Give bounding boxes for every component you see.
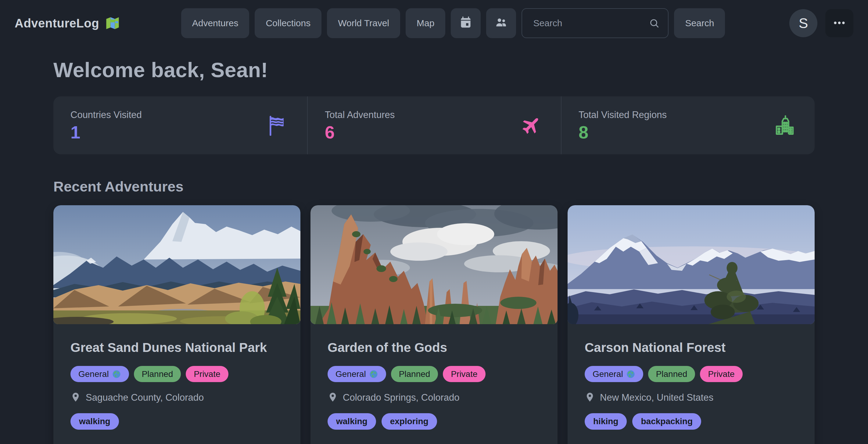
location-pin-icon	[70, 392, 81, 404]
visibility-badge: Private	[443, 366, 485, 382]
visibility-badge: Private	[700, 366, 742, 382]
globe-icon	[112, 370, 121, 379]
location-text: New Mexico, United States	[600, 392, 713, 403]
category-badge: General	[328, 366, 386, 382]
adventure-image-snowy-mountains[interactable]	[567, 205, 815, 324]
adventure-card[interactable]: Carson National Forest General Planned P…	[567, 205, 815, 444]
card-body: Great Sand Dunes National Park General P…	[53, 324, 301, 444]
location-row: Colorado Springs, Colorado	[328, 392, 540, 404]
adventure-card[interactable]: Great Sand Dunes National Park General P…	[53, 205, 301, 444]
nav-links: Adventures Collections World Travel Map	[181, 8, 725, 38]
activity-tag: exploring	[381, 413, 437, 430]
stat-total-visited-regions: Total Visited Regions 8	[561, 96, 815, 154]
location-pin-icon	[328, 392, 338, 404]
location-text: Saguache County, Colorado	[86, 392, 204, 403]
calendar-button[interactable]	[451, 8, 480, 38]
adventure-cards: Great Sand Dunes National Park General P…	[53, 205, 815, 444]
overflow-menu-button[interactable]	[825, 9, 854, 37]
status-badge: Planned	[134, 366, 181, 382]
card-body: Carson National Forest General Planned P…	[567, 324, 815, 444]
stats-panel: Countries Visited 1 Total Adventures 6	[53, 96, 815, 154]
globe-icon	[369, 370, 378, 379]
users-icon	[494, 15, 508, 31]
activity-tag: hiking	[585, 413, 627, 430]
stat-value: 1	[70, 124, 290, 141]
activity-tag: backpacking	[632, 413, 701, 430]
stat-total-adventures: Total Adventures 6	[307, 96, 561, 154]
status-badge: Planned	[391, 366, 438, 382]
section-heading: Recent Adventures	[53, 178, 815, 195]
category-badge: General	[70, 366, 129, 382]
stat-value: 8	[579, 124, 798, 141]
adventure-title: Carson National Forest	[585, 339, 798, 357]
main-content: Welcome back, Sean! Countries Visited 1 …	[0, 58, 868, 444]
stat-label: Total Visited Regions	[579, 109, 798, 121]
location-text: Colorado Springs, Colorado	[343, 392, 460, 403]
users-button[interactable]	[486, 8, 516, 38]
badge-row: General Planned Private	[328, 366, 540, 382]
nav-map-button[interactable]: Map	[406, 8, 445, 38]
flag-icon	[266, 114, 289, 137]
badge-row: General Planned Private	[585, 366, 798, 382]
brand[interactable]: AdventureLog	[14, 15, 121, 31]
nav-collections-button[interactable]: Collections	[255, 8, 321, 38]
visibility-badge: Private	[186, 366, 228, 382]
nav-right: S	[789, 9, 854, 37]
tag-row: walking	[70, 413, 283, 430]
adventure-image-sand-dunes[interactable]	[53, 205, 301, 324]
adventure-title: Great Sand Dunes National Park	[70, 339, 283, 357]
activity-tag: walking	[70, 413, 119, 430]
search-field-wrap	[522, 8, 669, 38]
adventure-image-red-rocks[interactable]	[310, 205, 558, 324]
stat-label: Countries Visited	[70, 109, 290, 121]
calendar-icon	[459, 15, 472, 31]
location-pin-icon	[585, 392, 595, 404]
ellipsis-icon	[832, 16, 846, 31]
adventure-title: Garden of the Gods	[328, 339, 540, 357]
search-button[interactable]: Search	[674, 8, 725, 38]
nav-adventures-button[interactable]: Adventures	[181, 8, 249, 38]
badge-row: General Planned Private	[70, 366, 283, 382]
city-icon	[773, 114, 796, 137]
card-body: Garden of the Gods General Planned Priva…	[310, 324, 558, 444]
search-input[interactable]	[522, 8, 669, 38]
activity-tag: walking	[328, 413, 376, 430]
adventure-card[interactable]: Garden of the Gods General Planned Priva…	[310, 205, 558, 444]
location-row: New Mexico, United States	[585, 392, 798, 404]
search-icon	[648, 18, 660, 29]
page-title: Welcome back, Sean!	[53, 58, 815, 82]
status-badge: Planned	[648, 366, 695, 382]
stat-label: Total Adventures	[325, 109, 544, 121]
plane-icon	[519, 114, 542, 137]
brand-title: AdventureLog	[14, 17, 99, 30]
stat-countries-visited: Countries Visited 1	[53, 96, 307, 154]
tag-row: walking exploring	[328, 413, 540, 430]
globe-icon	[626, 370, 635, 379]
tag-row: hiking backpacking	[585, 413, 798, 430]
location-row: Saguache County, Colorado	[70, 392, 283, 404]
navbar: AdventureLog Adventures Collections Worl…	[0, 0, 868, 46]
nav-world-travel-button[interactable]: World Travel	[327, 8, 400, 38]
stat-value: 6	[325, 124, 544, 141]
category-badge: General	[585, 366, 643, 382]
avatar[interactable]: S	[789, 9, 817, 37]
map-icon	[104, 15, 121, 31]
